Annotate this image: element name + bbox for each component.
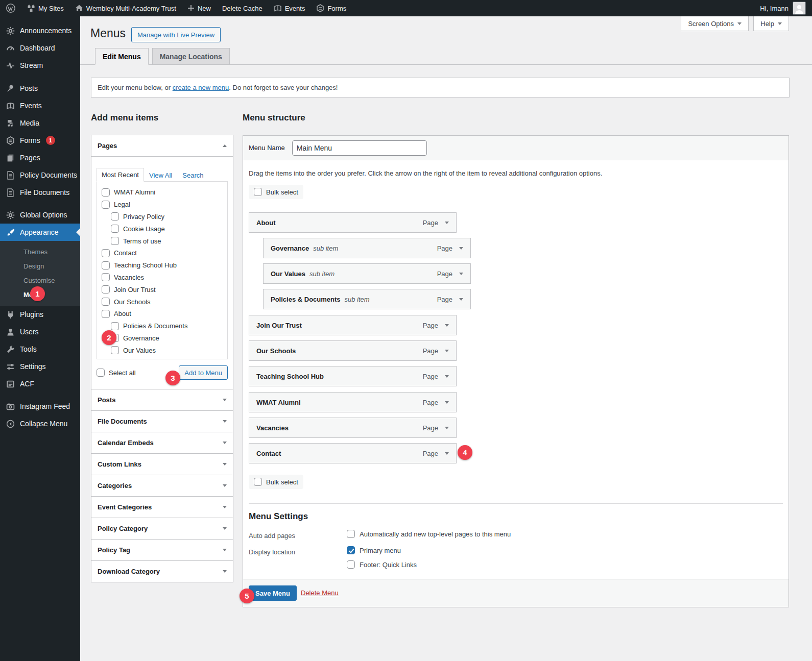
item-expand-icon[interactable]	[445, 375, 449, 378]
forms-menu[interactable]: Forms	[311, 0, 352, 16]
sidebar-item-policy-documents[interactable]: Policy Documents	[0, 166, 80, 184]
checkbox[interactable]	[102, 285, 110, 293]
checkbox[interactable]	[111, 237, 119, 245]
checkbox[interactable]	[102, 188, 110, 197]
create-new-menu-link[interactable]: create a new menu	[173, 84, 229, 91]
sidebar-item-stream[interactable]: Stream	[0, 57, 80, 74]
item-expand-icon[interactable]	[459, 247, 463, 250]
tab-search[interactable]: Search	[177, 169, 208, 182]
tab-most-recent[interactable]: Most Recent	[97, 168, 144, 182]
sidebar-subitem-themes[interactable]: Themes	[0, 244, 80, 259]
menu-item-join-our-trust[interactable]: Join Our Trust Page	[249, 315, 457, 335]
add-to-menu-button[interactable]: Add to Menu	[179, 365, 228, 380]
select-all-control: Select all	[97, 369, 136, 377]
help-button[interactable]: Help	[753, 16, 789, 31]
item-expand-icon[interactable]	[459, 273, 463, 275]
tab-manage-locations[interactable]: Manage Locations	[152, 48, 230, 65]
sidebar-item-label: ACF	[20, 380, 34, 388]
menu-item-our-values[interactable]: Our Valuessub item Page	[263, 263, 471, 284]
checkbox[interactable]	[111, 322, 119, 330]
save-menu-button[interactable]: Save Menu	[249, 585, 297, 601]
screen-options-button[interactable]: Screen Options	[681, 16, 749, 31]
sidebar-subitem-design[interactable]: Design	[0, 259, 80, 273]
gauge-icon	[5, 44, 15, 53]
accordion-categories[interactable]: Categories	[91, 475, 233, 497]
menu-item-our-schools[interactable]: Our Schools Page	[249, 340, 457, 361]
item-expand-icon[interactable]	[445, 401, 449, 404]
menu-item-policies-documents[interactable]: Policies & Documentssub item Page	[263, 289, 471, 309]
sidebar-item-file-documents[interactable]: File Documents	[0, 184, 80, 201]
pages-panel-header[interactable]: Pages	[91, 135, 233, 157]
primary-menu-checkbox[interactable]	[347, 546, 355, 554]
bulk-select-checkbox[interactable]	[254, 188, 262, 196]
menu-name-input[interactable]	[292, 140, 427, 156]
brush-icon	[5, 228, 15, 237]
accordion-calendar-embeds[interactable]: Calendar Embeds	[91, 432, 233, 454]
sidebar-item-appearance[interactable]: Appearance	[0, 224, 80, 241]
sidebar-item-settings[interactable]: Settings	[0, 358, 80, 375]
item-expand-icon[interactable]	[445, 324, 449, 327]
checkbox[interactable]	[102, 261, 110, 270]
sidebar-item-tools[interactable]: Tools	[0, 340, 80, 358]
sidebar-item-instagram-feed[interactable]: Instagram Feed	[0, 398, 80, 415]
sidebar-item-dashboard[interactable]: Dashboard	[0, 39, 80, 57]
accordion-policy-tag[interactable]: Policy Tag	[91, 539, 233, 561]
checkbox[interactable]	[102, 249, 110, 257]
footer-quick-links-checkbox[interactable]	[347, 560, 355, 569]
menu-item-contact[interactable]: Contact Page	[249, 443, 457, 463]
checkbox[interactable]	[102, 310, 110, 318]
item-expand-icon[interactable]	[445, 427, 449, 429]
item-expand-icon[interactable]	[459, 298, 463, 301]
menu-item-wmat-alumni[interactable]: WMAT Alumni Page	[249, 392, 457, 412]
item-expand-icon[interactable]	[445, 222, 449, 224]
wordpress-logo-menu[interactable]	[0, 0, 21, 16]
sidebar-item-events[interactable]: Events	[0, 97, 80, 114]
sidebar-item-forms[interactable]: Forms 1	[0, 132, 80, 149]
checkbox[interactable]	[102, 273, 110, 281]
sidebar-item-acf[interactable]: ACF	[0, 375, 80, 393]
sidebar-item-collapse-menu[interactable]: Collapse Menu	[0, 415, 80, 432]
item-expand-icon[interactable]	[445, 452, 449, 455]
sidebar-item-posts[interactable]: Posts	[0, 80, 80, 97]
auto-add-pages-checkbox[interactable]	[347, 530, 355, 538]
sidebar-item-pages[interactable]: Pages	[0, 149, 80, 166]
user-greeting[interactable]: Hi, Imann	[760, 5, 789, 12]
delete-cache-menu[interactable]: Delete Cache	[217, 0, 268, 16]
accordion-file-documents[interactable]: File Documents	[91, 410, 233, 432]
select-all-checkbox[interactable]	[97, 369, 105, 377]
accordion-custom-links[interactable]: Custom Links	[91, 453, 233, 475]
bulk-select-checkbox[interactable]	[254, 478, 262, 486]
sidebar-item-announcements[interactable]: Announcements	[0, 22, 80, 39]
checkbox[interactable]	[111, 225, 119, 233]
tab-edit-menus[interactable]: Edit Menus	[95, 48, 149, 65]
edit-menu-notice: Edit your menu below, or create a new me…	[91, 78, 790, 97]
accordion-download-category[interactable]: Download Category	[91, 560, 233, 582]
checkbox[interactable]	[111, 346, 119, 354]
sidebar-subitem-customise[interactable]: Customise	[0, 273, 80, 287]
menu-item-vacancies[interactable]: Vacancies Page	[249, 418, 457, 438]
checkbox[interactable]	[111, 212, 119, 221]
pages-checklist[interactable]: WMAT Alumni Legal Privacy Policy Cookie …	[97, 181, 228, 359]
sidebar-item-media[interactable]: Media	[0, 114, 80, 132]
checkbox[interactable]	[102, 201, 110, 209]
menu-item-governance[interactable]: Governancesub item Page	[263, 238, 471, 258]
menu-item-about[interactable]: About Page	[249, 212, 457, 233]
sidebar-item-plugins[interactable]: Plugins	[0, 306, 80, 323]
events-menu[interactable]: Events	[268, 0, 311, 16]
my-sites-menu[interactable]: My Sites	[21, 0, 69, 16]
accordion-posts[interactable]: Posts	[91, 389, 233, 411]
site-name-menu[interactable]: Wembley Multi-Academy Trust	[69, 0, 182, 16]
sidebar-item-users[interactable]: Users	[0, 323, 80, 340]
checkbox[interactable]	[102, 298, 110, 306]
avatar[interactable]	[793, 2, 806, 15]
item-expand-icon[interactable]	[445, 350, 449, 352]
menu-item-teaching-school-hub[interactable]: Teaching School Hub Page	[249, 366, 457, 386]
delete-menu-link[interactable]: Delete Menu	[301, 589, 339, 597]
manage-live-preview-button[interactable]: Manage with Live Preview	[131, 27, 221, 42]
accordion-policy-category[interactable]: Policy Category	[91, 518, 233, 540]
new-menu[interactable]: New	[182, 0, 217, 16]
sidebar-item-global-options[interactable]: Global Options	[0, 206, 80, 224]
accordion-event-categories[interactable]: Event Categories	[91, 496, 233, 518]
tab-view-all[interactable]: View All	[144, 169, 177, 182]
drag-instructions: Drag the items into the order you prefer…	[249, 169, 602, 177]
